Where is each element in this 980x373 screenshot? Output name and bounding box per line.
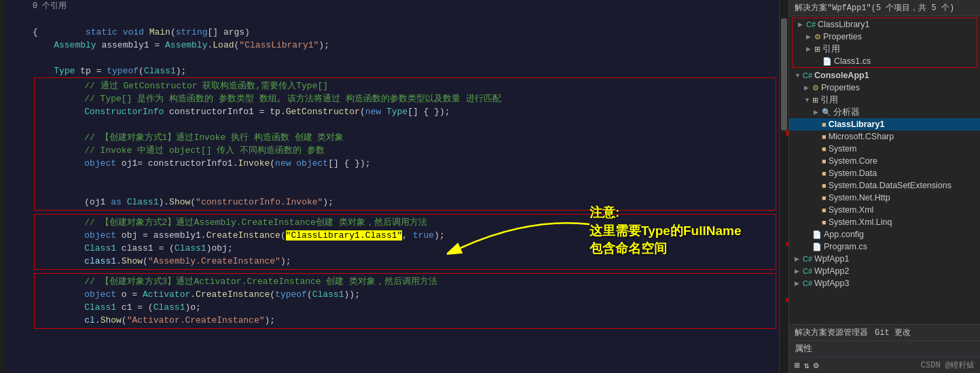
sort-icon[interactable]: ⇅: [804, 360, 810, 371]
ref-item-icon4: ■: [822, 157, 827, 165]
tree-label: WpfApp2: [814, 266, 849, 276]
tree-label: WpfApp1: [814, 254, 849, 264]
tree-item-appconfig[interactable]: 📄 App.config: [789, 228, 980, 241]
tree-item-ref2[interactable]: ▼ ⊞ 引用: [789, 94, 980, 106]
tree-item-classlibrary1-ref[interactable]: ■ ClassLibrary1: [789, 118, 980, 130]
code-line: [36, 118, 774, 131]
grid-icon[interactable]: ⊞: [795, 360, 800, 371]
ref-item-icon9: ■: [822, 218, 827, 226]
solution-explorer-link[interactable]: 解决方案资源管理器: [795, 327, 868, 338]
tree-item-system[interactable]: ■ System: [789, 143, 980, 155]
ref-item-icon5: ■: [822, 169, 827, 177]
git-changes-link[interactable]: Git 更改: [875, 327, 911, 338]
code-content: 0 个引用 static void Main(string[] args) { …: [5, 0, 779, 329]
tree-label: Class1.cs: [834, 56, 871, 66]
prop-icon2: ⚙: [812, 84, 819, 92]
tree-label: System.Xml: [829, 205, 874, 215]
tree-item-wpfapp1[interactable]: ▶ C# WpfApp1: [789, 253, 980, 265]
line-content: class1.Show("Assembly.CreateInstance");: [63, 255, 291, 268]
tree-item-mscsharp[interactable]: ■ Microsoft.CSharp: [789, 130, 980, 143]
tree-item-systemdataext[interactable]: ■ System.Data.DataSetExtensions: [789, 179, 980, 192]
tree-item-analyzer[interactable]: ▶ 🔍 分析器: [789, 106, 980, 118]
line-content: (oj1 as Class1).Show("constructorInfo.In…: [63, 196, 333, 209]
code-line: // Invoke 中通过 object[] 传入 不同构造函数的 参数: [36, 144, 774, 157]
properties-icons-row: ⊞ ⇅ ⚙ CSDN @鲤籽鲅: [789, 357, 980, 373]
tree-arrow: ▼: [795, 72, 803, 79]
tree-item-systemnethttp[interactable]: ■ System.Net.Http: [789, 192, 980, 204]
tree-item-systemxml[interactable]: ■ System.Xml: [789, 204, 980, 216]
tree-label: System.Net.Http: [829, 193, 890, 202]
tree-arrow: ▶: [795, 268, 803, 274]
tree-item-classlibrary1[interactable]: ▶ C# ClassLibrary1: [793, 18, 977, 31]
annotation-overlay: 注意: 这里需要Type的FullName 包含命名空间: [589, 204, 741, 258]
annotation-text: 注意: 这里需要Type的FullName 包含命名空间: [589, 204, 741, 258]
code-line: Class1 c1 = (Class1)o;: [36, 301, 774, 314]
tree-item-wpfapp3[interactable]: ▶ C# WpfApp3: [789, 277, 980, 289]
tree-arrow: ▼: [804, 96, 812, 103]
tree-item-wpfapp2[interactable]: ▶ C# WpfApp2: [789, 265, 980, 277]
code-line: // 【创建对象方式1】通过Invoke 执行 构造函数 创建 类对象: [36, 131, 774, 144]
code-line: Assembly assembly1 = Assembly.Load("Clas…: [5, 39, 779, 52]
tree-arrow: ▶: [804, 84, 812, 91]
line-content: // 【创建对象方式1】通过Invoke 执行 构造函数 创建 类对象: [63, 131, 344, 144]
scrollbar-thumb[interactable]: [781, 18, 787, 130]
settings-icon[interactable]: ⚙: [814, 360, 819, 371]
line-content: // 【创建对象方式2】通过Assembly.CreateInstance创建 …: [63, 216, 427, 229]
line-content: Assembly assembly1 = Assembly.Load("Clas…: [33, 39, 329, 52]
ref-icon2: ⊞: [812, 96, 818, 105]
line-content: object obj = assembly1.CreateInstance("C…: [63, 229, 445, 242]
vertical-scrollbar[interactable]: [779, 0, 788, 373]
tree-item-class1cs[interactable]: 📄 Class1.cs: [793, 55, 977, 67]
tree-item-programcs[interactable]: 📄 Program.cs: [789, 241, 980, 253]
config-icon: 📄: [812, 230, 822, 239]
tree-label: 分析器: [833, 107, 860, 118]
code-line: ConstructorInfo constructorInfo1 = tp.Ge…: [36, 105, 774, 118]
cs-icon: C#: [806, 20, 816, 29]
code-line: static void Main(string[] args): [5, 13, 779, 26]
tree-label: System.Core: [829, 156, 877, 166]
tree-label: ConsoleApp1: [814, 71, 869, 80]
tree-arrow: ▶: [814, 109, 822, 116]
line-content: object o = Activator.CreateInstance(type…: [63, 288, 360, 301]
solution-explorer-bottom[interactable]: 解决方案资源管理器 Git 更改: [789, 324, 980, 340]
tree-item-properties2[interactable]: ▶ ⚙ Properties: [789, 82, 980, 94]
code-editor[interactable]: 0 个引用 static void Main(string[] args) { …: [5, 0, 779, 373]
classlibrary1-group: ▶ C# ClassLibrary1 ▶ ⚙ Properties ▶ ⊞ 引用: [792, 18, 977, 68]
code-line: object o = Activator.CreateInstance(type…: [36, 288, 774, 301]
tree-label: Program.cs: [824, 242, 867, 251]
code-line: [36, 183, 774, 196]
line-content: Class1 c1 = (Class1)o;: [63, 301, 201, 314]
tree-label: System.Data: [829, 168, 877, 178]
tree-item-ref1[interactable]: ▶ ⊞ 引用: [793, 43, 977, 55]
code-line: // 【创建对象方式3】通过Activator.CreateInstance 创…: [36, 275, 774, 288]
tree-item-properties1[interactable]: ▶ ⚙ Properties: [793, 31, 977, 43]
tree-label: ClassLibrary1: [829, 120, 885, 129]
tree-label: 引用: [822, 43, 840, 55]
code-line: // 通过 GetConstructor 获取构造函数,需要传入Type[]: [36, 79, 774, 92]
code-line: [36, 170, 774, 183]
ref-item-icon8: ■: [822, 206, 827, 214]
tree-item-systemdata[interactable]: ■ System.Data: [789, 167, 980, 179]
line-content: cl.Show("Activator.CreateInstance");: [63, 314, 275, 327]
code-line: cl.Show("Activator.CreateInstance");: [36, 314, 774, 327]
left-gutter: [0, 0, 5, 373]
tree-item-consoleapp1[interactable]: ▼ C# ConsoleApp1: [789, 69, 980, 82]
tree-area[interactable]: ▶ C# ClassLibrary1 ▶ ⚙ Properties ▶ ⊞ 引用: [789, 16, 980, 324]
tree-label: System: [829, 144, 857, 154]
solution-explorer-header: 解决方案"WpfApp1"(5 个项目，共 5 个): [789, 0, 980, 16]
cs-icon3: C#: [803, 255, 812, 263]
solution-title: 解决方案"WpfApp1"(5 个项目，共 5 个): [795, 3, 954, 13]
tree-item-systemcore[interactable]: ■ System.Core: [789, 155, 980, 167]
tree-label: 引用: [820, 94, 838, 106]
tree-arrow: ▶: [798, 21, 806, 28]
analyzer-icon: 🔍: [822, 108, 831, 117]
cs-file-icon: 📄: [822, 57, 832, 66]
line-content: {: [33, 26, 38, 39]
ref-item-icon2: ■: [822, 132, 827, 141]
tree-label: Microsoft.CSharp: [829, 132, 894, 141]
tree-item-systemxmllinq[interactable]: ■ System.Xml.Linq: [789, 216, 980, 228]
line-content: Type tp = typeof(Class1);: [33, 65, 186, 77]
cs-icon5: C#: [803, 279, 812, 287]
tree-arrow: ▶: [806, 46, 814, 52]
code-line: [5, 52, 779, 65]
